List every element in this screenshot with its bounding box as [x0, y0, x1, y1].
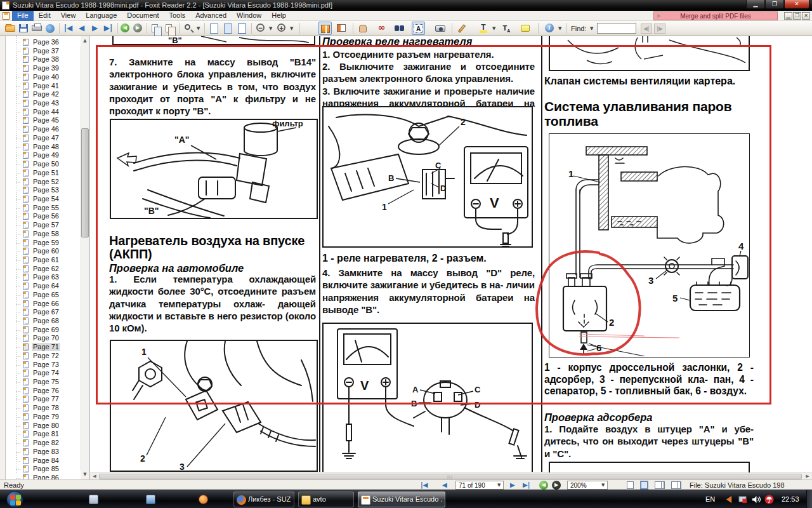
fit-page-button[interactable] [221, 22, 235, 35]
page-indicator-dropdown[interactable]: ▼ [497, 483, 501, 488]
next-page-button[interactable]: ▶ [88, 22, 102, 35]
sidebar-page-item[interactable]: Page 37 [6, 47, 81, 56]
sidebar-page-item[interactable]: Page 62 [6, 265, 81, 274]
minimize-button[interactable]: ▁ [746, 0, 765, 9]
close-button[interactable]: ✕ [784, 0, 809, 9]
sidebar-page-item[interactable]: Page 52 [6, 178, 81, 187]
status-previous-view-button[interactable]: ◀ [539, 481, 548, 490]
sidebar-page-item[interactable]: Page 57 [6, 221, 81, 230]
status-next-view-button[interactable]: ▶ [552, 481, 561, 490]
sidebar-page-item[interactable]: Page 38 [6, 55, 81, 64]
export-pages-button[interactable] [164, 22, 177, 35]
zoom-level-dropdown[interactable]: ▼ [601, 483, 605, 488]
menu-edit[interactable]: Edit [34, 11, 56, 21]
tray-icon-1[interactable] [724, 495, 734, 504]
sidebar-page-item[interactable]: Page 72 [6, 352, 81, 361]
sidebar-page-item[interactable]: Page 39 [6, 64, 81, 73]
sidebar-page-item[interactable]: Page 46 [6, 125, 81, 134]
sidebar-page-item[interactable]: Page 44 [6, 108, 81, 117]
sidebar-page-item[interactable]: Page 82 [6, 439, 81, 448]
print-button[interactable] [30, 22, 44, 35]
quicklaunch-icon-3[interactable] [199, 495, 208, 504]
sidebar-page-item[interactable]: Page 86 [6, 474, 81, 479]
sidebar-page-item[interactable]: Page 53 [6, 186, 81, 195]
sidebar-page-item[interactable]: Page 73 [6, 361, 81, 370]
bookmarks-panel-button[interactable] [318, 22, 332, 35]
find-next-button[interactable]: |▶ [654, 23, 665, 34]
status-prev-page-button[interactable]: ◀ [442, 481, 447, 488]
clock[interactable]: 22:53 [782, 495, 799, 503]
mdi-restore-button[interactable]: ❐ [793, 12, 801, 20]
menu-tools[interactable]: Tools [164, 11, 190, 21]
last-page-button[interactable]: ▶| [102, 22, 115, 35]
maximize-button[interactable]: ❐ [765, 0, 784, 9]
open-button[interactable] [4, 22, 17, 35]
sidebar-page-item[interactable]: Page 67 [6, 308, 81, 317]
actual-size-button[interactable] [207, 22, 221, 35]
sidebar-page-item[interactable]: Page 80 [6, 422, 81, 431]
find-input[interactable] [597, 23, 636, 34]
mdi-close-button[interactable]: ✕ [802, 12, 810, 20]
sidebar-page-item[interactable]: Page 74 [6, 369, 81, 378]
sidebar-scrollbar[interactable] [81, 36, 89, 479]
save-button[interactable] [17, 22, 30, 35]
sidebar-page-item[interactable]: Page 54 [6, 195, 81, 204]
text-tool-button[interactable]: TA [500, 22, 513, 35]
loupe-tool-button[interactable]: ∞ [374, 22, 388, 35]
find-dropdown[interactable]: ▼ [590, 26, 593, 31]
sidebar-scroll-down[interactable]: ▼ [81, 470, 89, 479]
taskbar-app-avto-folder[interactable]: avto [298, 491, 354, 507]
hand-tool-button[interactable] [357, 22, 370, 35]
tray-icon-2[interactable] [738, 495, 747, 504]
sidebar-page-item[interactable]: Page 65 [6, 291, 81, 300]
import-pages-button[interactable] [150, 22, 163, 35]
quicklaunch-icon-2[interactable] [146, 495, 155, 504]
sidebar-page-item[interactable]: Page 49 [6, 151, 81, 160]
sidebar-page-item[interactable]: Page 66 [6, 300, 81, 309]
document-hscrollbar[interactable]: ◀ ▶ ||| [90, 472, 812, 479]
zoom-out-dropdown[interactable]: ▼ [269, 26, 272, 31]
menu-help[interactable]: Help [266, 11, 291, 21]
antivirus-icon[interactable] [764, 495, 774, 504]
sidebar-page-item[interactable]: Page 84 [6, 457, 81, 465]
sidebar-page-item[interactable]: Page 40 [6, 73, 81, 82]
quicklaunch-icon-1[interactable] [89, 495, 98, 504]
menu-view[interactable]: View [56, 11, 81, 21]
menu-language[interactable]: Language [81, 11, 122, 21]
sidebar-page-item[interactable]: Page 83 [6, 448, 81, 457]
select-text-button[interactable]: A [412, 22, 425, 35]
single-page-layout-button[interactable] [627, 481, 634, 489]
sidebar-page-item[interactable]: Page 59 [6, 239, 81, 248]
sidebar-page-item[interactable]: Page 56 [6, 212, 81, 221]
sidebar-scroll-thumb[interactable] [81, 128, 89, 237]
first-page-button[interactable]: |◀ [62, 22, 75, 35]
continuous-layout-button[interactable] [641, 481, 648, 489]
snapshot-button[interactable] [434, 22, 447, 35]
sidebar-page-item[interactable]: Page 81 [6, 430, 81, 439]
menu-document[interactable]: Document [122, 11, 164, 21]
zoom-tool-dropdown[interactable]: ▼ [197, 26, 200, 31]
next-view-button[interactable]: ▶ [133, 23, 142, 32]
sidebar-page-item[interactable]: Page 85 [6, 465, 81, 474]
status-last-page-button[interactable]: ▶| [523, 481, 530, 488]
search-button[interactable] [393, 22, 406, 35]
zoom-tool-button[interactable] [182, 22, 195, 35]
properties-dropdown[interactable]: ▼ [558, 26, 561, 31]
mdi-minimize-button[interactable]: ▁ [784, 12, 792, 20]
sidebar-page-item[interactable]: Page 78 [6, 404, 81, 413]
zoom-out-button[interactable]: − [254, 22, 268, 35]
continuous-facing-layout-button[interactable] [671, 481, 678, 489]
panel-strip[interactable] [0, 36, 6, 479]
status-next-page-button[interactable]: ▶ [510, 481, 515, 488]
sidebar-page-item[interactable]: Page 61 [6, 256, 81, 265]
zoom-in-button[interactable]: + [275, 22, 289, 35]
sidebar-scroll-up[interactable]: ▲ [81, 36, 89, 46]
volume-icon[interactable] [751, 495, 761, 504]
sidebar-page-item[interactable]: Page 71 [6, 343, 81, 352]
sidebar-page-item[interactable]: Page 45 [6, 116, 81, 125]
sidebar-page-item[interactable]: Page 55 [6, 204, 81, 213]
zoom-in-dropdown[interactable]: ▼ [290, 26, 293, 31]
show-desktop-button[interactable] [806, 490, 812, 508]
sidebar-page-item[interactable]: Page 41 [6, 82, 81, 91]
sidebar-page-item[interactable]: Page 68 [6, 317, 81, 326]
